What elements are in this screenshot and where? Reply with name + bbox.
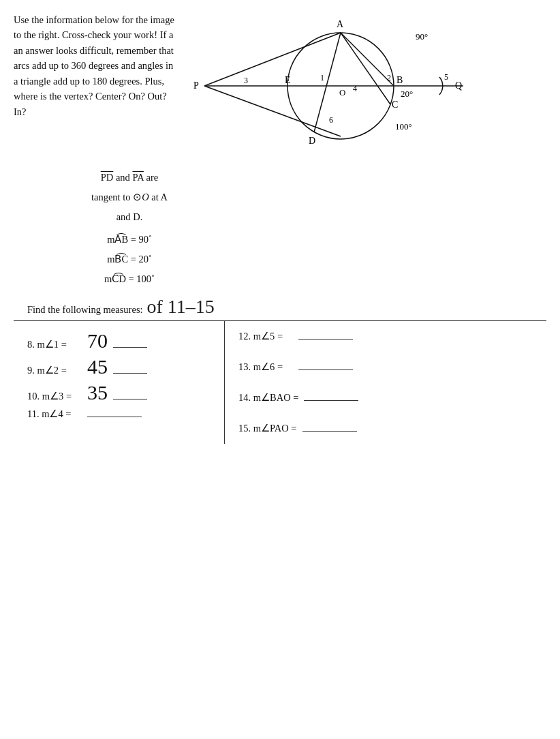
q11-label: 11. m∠4 = [27, 408, 82, 420]
left-column: 8. m∠1 = 70 9. m∠2 = 45 10. m∠3 = 35 11.… [14, 321, 225, 444]
q8-line [113, 347, 147, 348]
q10-label: 10. m∠3 = [27, 391, 82, 402]
svg-line-5 [341, 33, 394, 86]
svg-text:D: D [309, 136, 315, 146]
q12-line [298, 339, 353, 340]
q10-row: 10. m∠3 = 35 [27, 382, 217, 403]
q12-label: 12. m∠5 = [238, 331, 293, 342]
svg-line-6 [341, 33, 390, 104]
instructions-text: Use the information below for the image … [14, 12, 177, 155]
q11-row: 11. m∠4 = [27, 408, 217, 420]
info-block: PD and PA are tangent to ⊙O at A and D. … [41, 168, 218, 289]
q14-label: 14. m∠BAO = [238, 392, 298, 404]
svg-text:6: 6 [329, 115, 333, 125]
q15-line [302, 431, 357, 432]
svg-text:E: E [285, 75, 291, 85]
measures-header: Find the following measures: of 11–15 [14, 296, 546, 318]
svg-text:Q: Q [455, 80, 462, 91]
q13-line [298, 370, 353, 370]
q15-row: 15. m∠PAO = [238, 423, 540, 434]
svg-text:O: O [339, 87, 345, 97]
diagram: A B C D E O P Q 90° 20° 100° 1 2 [184, 12, 546, 155]
svg-text:100°: 100° [395, 121, 412, 132]
q13-label: 13. m∠6 = [238, 361, 293, 373]
measures-handwritten: of 11–15 [147, 296, 215, 318]
answers-table: 8. m∠1 = 70 9. m∠2 = 45 10. m∠3 = 35 11.… [14, 320, 546, 444]
svg-text:3: 3 [244, 76, 248, 85]
q12-row: 12. m∠5 = [238, 331, 540, 342]
svg-text:2: 2 [387, 73, 391, 82]
q13-row: 13. m∠6 = [238, 361, 540, 373]
q8-row: 8. m∠1 = 70 [27, 331, 217, 351]
measures-label: Find the following measures: [27, 304, 143, 316]
svg-text:5: 5 [444, 72, 448, 82]
q10-line [113, 399, 147, 399]
q9-line [113, 373, 147, 374]
svg-text:90°: 90° [416, 31, 428, 42]
q14-row: 14. m∠BAO = [238, 392, 540, 404]
svg-line-4 [314, 33, 341, 132]
q8-answer: 70 [87, 331, 108, 351]
svg-text:B: B [396, 75, 403, 85]
q14-line [304, 400, 358, 401]
right-column: 12. m∠5 = 13. m∠6 = 14. m∠BAO = 15. m∠PA… [225, 321, 546, 444]
svg-text:20°: 20° [401, 89, 413, 99]
svg-text:A: A [337, 19, 344, 29]
q9-row: 9. m∠2 = 45 [27, 357, 217, 377]
svg-text:4: 4 [353, 84, 357, 93]
q9-answer: 45 [87, 357, 108, 377]
svg-text:C: C [392, 100, 398, 110]
q8-label: 8. m∠1 = [27, 339, 82, 350]
q15-label: 15. m∠PAO = [238, 423, 297, 434]
svg-text:P: P [193, 80, 199, 91]
q9-label: 9. m∠2 = [27, 365, 82, 376]
q10-answer: 35 [87, 382, 108, 403]
q11-line [87, 417, 142, 417]
svg-text:1: 1 [320, 73, 324, 82]
